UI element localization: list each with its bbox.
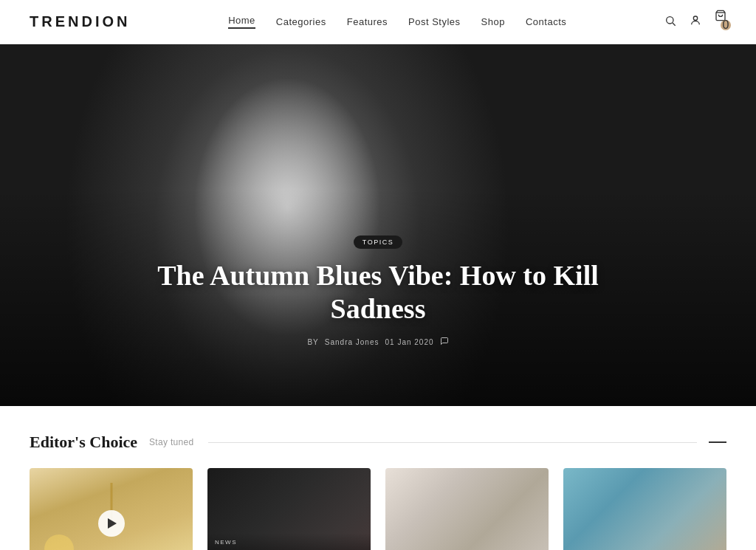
card-1-image xyxy=(30,468,193,550)
hero-date: 01 Jan 2020 xyxy=(385,338,434,346)
site-header: TRENDION Home Categories Features Post S… xyxy=(0,0,756,44)
card-4[interactable]: NEWS Simple Rules of Happy and Healthy L… xyxy=(563,468,726,550)
nav-categories[interactable]: Categories xyxy=(276,16,326,27)
hero-content: TOPICS The Autumn Blues Vibe: How to Kil… xyxy=(157,234,599,347)
nav-features[interactable]: Features xyxy=(347,16,388,27)
hero-author[interactable]: Sandra Jones xyxy=(325,338,379,346)
card-2-image: NEWS The Best Clothing Brand Commercial xyxy=(207,468,371,550)
logo[interactable]: TRENDION xyxy=(30,13,130,30)
editors-choice-section: Editor's Choice Stay tuned NEWS Trending… xyxy=(0,406,756,550)
section-divider xyxy=(208,442,697,443)
cart-icon[interactable]: 0 xyxy=(715,10,726,35)
user-icon[interactable] xyxy=(690,15,701,30)
hero-topic-badge[interactable]: TOPICS xyxy=(354,236,402,249)
nav-post-styles[interactable]: Post Styles xyxy=(408,16,461,27)
main-nav: Home Categories Features Post Styles Sho… xyxy=(228,15,566,29)
header-icons: 0 xyxy=(664,10,726,35)
search-icon[interactable] xyxy=(664,15,676,30)
card-2[interactable]: NEWS The Best Clothing Brand Commercial xyxy=(207,468,371,550)
hero-section: TOPICS The Autumn Blues Vibe: How to Kil… xyxy=(0,44,756,406)
nav-shop[interactable]: Shop xyxy=(481,16,505,27)
card-1-image-bg xyxy=(30,468,193,550)
play-button[interactable] xyxy=(98,510,125,537)
card-4-image-bg xyxy=(563,468,726,550)
card-3-image xyxy=(385,468,549,550)
cards-grid: NEWS Trending Photos on the Internet thi… xyxy=(30,468,726,550)
editors-choice-subtitle: Stay tuned xyxy=(149,437,193,447)
card-2-overlay-category: NEWS xyxy=(215,539,363,546)
card-3[interactable]: NEWS New Advertisement Agencies in Europ… xyxy=(385,468,549,550)
card-4-image xyxy=(563,468,726,550)
hero-author-prefix: BY xyxy=(307,338,318,346)
hero-comments-icon xyxy=(440,337,449,347)
nav-home[interactable]: Home xyxy=(228,15,255,29)
svg-point-0 xyxy=(667,16,673,23)
hero-meta: BY Sandra Jones 01 Jan 2020 xyxy=(157,337,599,347)
card-2-overlay: NEWS The Best Clothing Brand Commercial xyxy=(207,533,371,550)
nav-contacts[interactable]: Contacts xyxy=(526,16,566,27)
section-header: Editor's Choice Stay tuned xyxy=(30,433,726,452)
svg-point-2 xyxy=(693,16,697,20)
card-1[interactable]: NEWS Trending Photos on the Internet thi… xyxy=(30,468,193,550)
card-3-image-bg xyxy=(385,468,549,550)
svg-line-1 xyxy=(673,23,676,26)
editors-choice-title: Editor's Choice xyxy=(30,433,137,452)
section-dash xyxy=(709,441,726,443)
hero-title[interactable]: The Autumn Blues Vibe: How to Kill Sadne… xyxy=(157,259,599,326)
cart-badge: 0 xyxy=(721,20,731,30)
